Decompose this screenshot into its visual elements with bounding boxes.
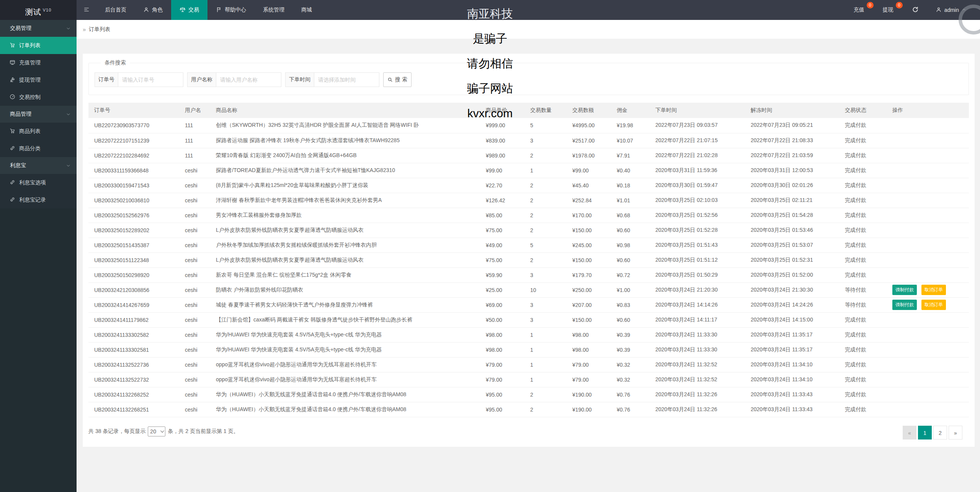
cell-price: ¥75.00 bbox=[480, 253, 524, 267]
next-page-button[interactable]: » bbox=[949, 426, 962, 440]
cell-product: 城徒 春夏季速干裤男女大码轻薄快干透气户外修身显瘦弹力冲锋裤 bbox=[210, 297, 480, 312]
cell-order-time: 2020年03月25日 01:52:28 bbox=[650, 223, 745, 238]
cell-product: L户外皮肤衣防紫外线防晒衣男女夏季超薄透气防晒服运动风衣 bbox=[210, 253, 480, 267]
order-no-group: 订单号 bbox=[95, 72, 183, 87]
force-pay-button[interactable]: 强制付款 bbox=[892, 300, 917, 310]
cell-order-no: UB2003241414267659 bbox=[88, 297, 179, 312]
cell-order-no: UB2003250152289202 bbox=[88, 223, 179, 238]
sidebar-group-product-management[interactable]: 商品管理 bbox=[0, 106, 77, 123]
cell-unfreeze-time: 2020年03月24日 11:35:17 bbox=[745, 327, 839, 342]
force-pay-button[interactable]: 强制付款 bbox=[892, 285, 917, 295]
sidebar-item-product-list[interactable]: 商品列表 bbox=[0, 123, 77, 140]
col-actions: 操作 bbox=[887, 103, 969, 118]
cell-qty: 2 bbox=[524, 148, 567, 163]
withdraw-badge: 0 bbox=[896, 2, 903, 8]
cell-price: ¥79.00 bbox=[480, 357, 524, 372]
order-no-input[interactable] bbox=[118, 72, 183, 87]
cell-qty: 1 bbox=[524, 163, 567, 178]
flag-icon bbox=[216, 7, 222, 14]
prev-page-button[interactable]: « bbox=[903, 426, 916, 440]
chevron-down-icon bbox=[66, 26, 71, 31]
sidebar-item-interest-records[interactable]: 利息宝记录 bbox=[0, 191, 77, 208]
order-time-input[interactable] bbox=[314, 72, 379, 87]
cell-unfreeze-time: 2020年03月30日 02:01:26 bbox=[745, 178, 839, 193]
cancel-order-button[interactable]: 取消订单 bbox=[921, 300, 946, 310]
order-time-group: 下单时间 bbox=[285, 72, 379, 87]
cell-price: ¥98.00 bbox=[480, 342, 524, 357]
cell-status: 完成付款 bbox=[839, 148, 887, 163]
sidebar-item-recharge-management[interactable]: 充值管理 bbox=[0, 54, 77, 71]
cell-unfreeze-time: 2020年03月24日 11:33:43 bbox=[745, 402, 839, 417]
cell-actions bbox=[887, 193, 969, 208]
cell-user: ceshi bbox=[179, 297, 210, 312]
cell-price: ¥69.00 bbox=[480, 297, 524, 312]
refresh-icon bbox=[912, 6, 919, 14]
cell-order-time: 2020年03月25日 02:10:03 bbox=[650, 193, 745, 208]
cell-commission: ¥10.07 bbox=[611, 133, 650, 148]
user-menu[interactable]: admin bbox=[927, 0, 975, 20]
col-product: 商品名称 bbox=[210, 103, 480, 118]
sidebar-item-interest-options[interactable]: 利息宝选项 bbox=[0, 174, 77, 191]
collapse-menu-button[interactable] bbox=[77, 0, 96, 20]
main-menu: 后台首页 角色 交易 帮助中心 系统管理 商城 bbox=[77, 0, 320, 20]
cell-commission: ¥0.72 bbox=[611, 267, 650, 282]
menu-item-mall[interactable]: 商城 bbox=[293, 0, 320, 20]
cell-actions bbox=[887, 148, 969, 163]
sidebar-item-withdraw-management[interactable]: 提现管理 bbox=[0, 71, 77, 89]
cell-commission: ¥0.76 bbox=[611, 402, 650, 417]
col-amount: 交易数额 bbox=[567, 103, 611, 118]
sidebar-group-trade-management[interactable]: 交易管理 bbox=[0, 20, 77, 37]
menu-item-help[interactable]: 帮助中心 bbox=[207, 0, 255, 20]
table-row: UB2003250210036810 ceshi 洋湖轩榭 春秋季新款中老年男装… bbox=[88, 193, 969, 208]
cell-amount: ¥170.00 bbox=[567, 208, 611, 223]
cell-order-no: UB2003300159471543 bbox=[88, 178, 179, 193]
cell-commission: ¥0.83 bbox=[611, 297, 650, 312]
cell-product: 探路者/TOREAD夏新款户外运动透气弹力速干女式半袖短袖T恤KAJG82310 bbox=[210, 163, 480, 178]
cell-qty: 2 bbox=[524, 193, 567, 208]
page-2-button[interactable]: 2 bbox=[933, 426, 947, 440]
cell-order-time: 2020年03月25日 01:51:12 bbox=[650, 253, 745, 267]
sidebar-group-interest-treasure[interactable]: 利息宝 bbox=[0, 157, 77, 174]
sidebar-item-product-category[interactable]: 商品分类 bbox=[0, 140, 77, 157]
cell-order-time: 2020年03月25日 01:51:43 bbox=[650, 238, 745, 253]
cell-unfreeze-time: 2020年03月24日 21:30:30 bbox=[745, 282, 839, 297]
cell-product: 【江门新会馆】caxa断码 两截速干裤女 韩版修身透气徒步快干裤野外登山跑步长裤 bbox=[210, 312, 480, 327]
cell-unfreeze-time: 2020年03月31日 12:00:53 bbox=[745, 163, 839, 178]
cell-price: ¥95.00 bbox=[480, 387, 524, 402]
main-area: » 订单列表 条件搜索 订单号 用户名称 bbox=[77, 20, 980, 492]
cell-qty: 3 bbox=[524, 133, 567, 148]
cell-commission: ¥0.39 bbox=[611, 327, 650, 342]
cell-qty: 1 bbox=[524, 342, 567, 357]
menu-item-system[interactable]: 系统管理 bbox=[255, 0, 293, 20]
cell-status: 完成付款 bbox=[839, 118, 887, 133]
page-size-select[interactable]: 20 bbox=[148, 426, 165, 436]
cell-actions bbox=[887, 327, 969, 342]
cell-commission: ¥0.39 bbox=[611, 342, 650, 357]
cell-amount: ¥150.00 bbox=[567, 253, 611, 267]
recharge-nav-button[interactable]: 充值 0 bbox=[845, 0, 874, 20]
withdraw-nav-button[interactable]: 提现 0 bbox=[874, 0, 903, 20]
cell-status: 等待付款 bbox=[839, 282, 887, 297]
menu-item-home[interactable]: 后台首页 bbox=[96, 0, 135, 20]
cell-amount: ¥150.00 bbox=[567, 223, 611, 238]
cell-amount: ¥207.00 bbox=[567, 297, 611, 312]
cancel-order-button[interactable]: 取消订单 bbox=[921, 285, 946, 295]
menu-item-roles[interactable]: 角色 bbox=[135, 0, 171, 20]
search-button[interactable]: 搜 索 bbox=[383, 72, 412, 87]
cell-price: ¥85.00 bbox=[480, 208, 524, 223]
cell-qty: 1 bbox=[524, 327, 567, 342]
cell-product: oppo蓝牙耳机迷你vivo超小隐形运动通用华为无线耳塞超长待机开车 bbox=[210, 357, 480, 372]
sidebar-item-order-list[interactable]: 订单列表 bbox=[0, 37, 77, 54]
link-icon bbox=[10, 179, 15, 186]
page-1-button[interactable]: 1 bbox=[918, 426, 932, 440]
cell-status: 完成付款 bbox=[839, 372, 887, 387]
refresh-button[interactable] bbox=[903, 0, 927, 20]
table-row: UB2003241132268251 ceshi 华为（HUAWEI）小天鹅无线… bbox=[88, 402, 969, 417]
cell-status: 完成付款 bbox=[839, 238, 887, 253]
cell-order-no: UB2003241133302582 bbox=[88, 327, 179, 342]
col-order-time: 下单时间 bbox=[650, 103, 745, 118]
cell-commission: ¥0.32 bbox=[611, 357, 650, 372]
menu-item-trade[interactable]: 交易 bbox=[171, 0, 207, 20]
user-name-input[interactable] bbox=[216, 72, 281, 87]
sidebar-item-trade-control[interactable]: 交易控制 bbox=[0, 89, 77, 106]
